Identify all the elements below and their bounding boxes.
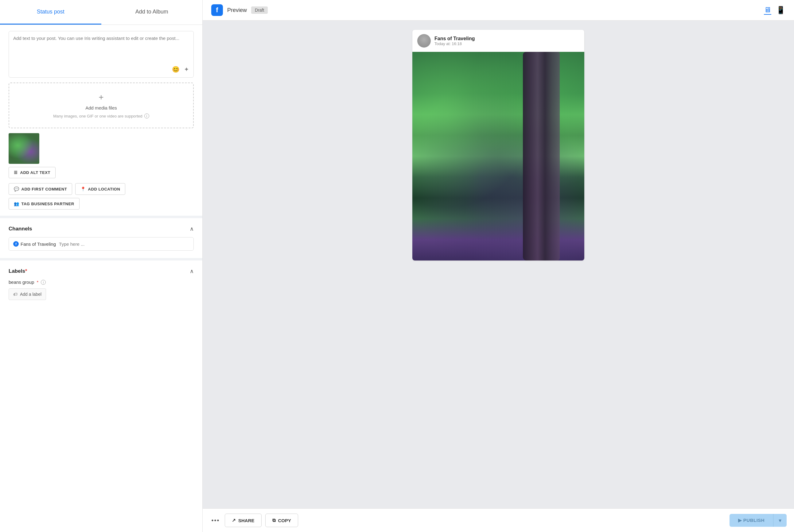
more-options-button[interactable]: •••: [210, 515, 221, 526]
media-upload-label: Add media files: [85, 105, 117, 111]
post-preview-card: Fans of Traveling Today at: 16:18: [412, 30, 584, 261]
post-preview-image: [412, 52, 584, 261]
add-first-comment-button[interactable]: 💬 ADD FIRST COMMENT: [8, 183, 72, 195]
mobile-icon[interactable]: 📱: [776, 6, 786, 15]
action-buttons-row: 💬 ADD FIRST COMMENT 📍 ADD LOCATION 👥 TAG…: [8, 183, 194, 210]
preview-content: Fans of Traveling Today at: 16:18: [203, 21, 794, 508]
beans-group-required: *: [37, 280, 38, 285]
facebook-icon-small: f: [13, 241, 19, 247]
channel-name: Fans of Traveling: [21, 242, 56, 247]
publish-button[interactable]: ▶ PUBLISH: [730, 514, 773, 527]
copy-icon: ⧉: [272, 517, 276, 523]
channels-title: Channels: [8, 226, 32, 232]
page-avatar-image: [417, 34, 431, 48]
channels-header: Channels ∧: [8, 226, 194, 232]
add-label-text: Add a label: [20, 292, 41, 297]
magic-icon[interactable]: ✦: [184, 66, 189, 73]
textarea-icon-bar: 😊 ✦: [13, 66, 189, 73]
beans-group-label: beans group: [8, 280, 34, 285]
add-alt-text-button[interactable]: ☰ ADD ALT TEXT: [8, 167, 56, 178]
page-avatar: [417, 34, 431, 48]
image-section: ☰ ADD ALT TEXT: [8, 133, 194, 178]
add-label-button[interactable]: 🏷 Add a label: [8, 288, 46, 300]
draft-badge: Draft: [251, 6, 268, 14]
desktop-icon[interactable]: 🖥: [764, 5, 771, 15]
tab-status-post[interactable]: Status post: [0, 0, 101, 24]
first-comment-label: ADD FIRST COMMENT: [21, 187, 67, 191]
preview-bottom-bar: ••• ↗ SHARE ⧉ COPY ▶ PUBLISH ▼: [203, 508, 794, 532]
page-info: Fans of Traveling Today at: 16:18: [435, 36, 475, 46]
share-icon: ↗: [232, 517, 236, 523]
share-button[interactable]: ↗ SHARE: [225, 514, 262, 527]
labels-header: Labels* ∧: [8, 268, 194, 274]
publish-dropdown-icon: ▼: [778, 518, 782, 523]
tab-add-to-album[interactable]: Add to Album: [101, 0, 203, 24]
post-card-header: Fans of Traveling Today at: 16:18: [412, 30, 584, 52]
media-info-icon: i: [144, 114, 149, 118]
image-thumbnail-inner: [8, 133, 39, 164]
publish-dropdown-button[interactable]: ▼: [773, 514, 787, 527]
channels-section: Channels ∧ f Fans of Traveling: [0, 216, 202, 258]
alt-text-label: ADD ALT TEXT: [20, 170, 50, 175]
channel-tag: f Fans of Traveling: [13, 241, 56, 247]
beans-group-info-icon: i: [41, 280, 46, 285]
add-label-icon: 🏷: [13, 292, 18, 297]
publish-icon: ▶: [738, 517, 743, 523]
preview-header: f Preview Draft 🖥 📱: [203, 0, 794, 21]
add-location-button[interactable]: 📍 ADD LOCATION: [75, 183, 125, 195]
share-label: SHARE: [238, 518, 255, 523]
tag-icon: 👥: [14, 201, 19, 206]
beans-group-row: beans group * i: [8, 280, 194, 285]
copy-button[interactable]: ⧉ COPY: [265, 514, 298, 527]
post-time: Today at: 16:18: [435, 41, 475, 46]
editor-content-area: 😊 ✦ + Add media files Many images, one G…: [0, 25, 202, 216]
device-toggle-group: 🖥 📱: [764, 5, 786, 15]
image-thumbnail: [8, 133, 39, 164]
media-upload-area[interactable]: + Add media files Many images, one GIF o…: [8, 82, 194, 128]
publish-btn-group: ▶ PUBLISH ▼: [730, 514, 787, 527]
preview-label: Preview: [227, 7, 247, 14]
tag-business-button[interactable]: 👥 TAG BUSINESS PARTNER: [8, 198, 79, 210]
post-text-wrapper: 😊 ✦: [8, 31, 194, 78]
page-name: Fans of Traveling: [435, 36, 475, 41]
labels-section: Labels* ∧ beans group * i 🏷 Add a label: [0, 258, 202, 307]
emoji-icon[interactable]: 😊: [172, 66, 180, 73]
media-upload-hint: Many images, one GIF or one video are su…: [53, 114, 149, 118]
facebook-icon-badge: f: [211, 4, 223, 16]
alt-text-icon: ☰: [14, 170, 18, 175]
tabs-bar: Status post Add to Album: [0, 0, 202, 25]
labels-chevron-icon[interactable]: ∧: [190, 268, 194, 274]
tag-business-label: TAG BUSINESS PARTNER: [21, 202, 74, 206]
left-panel: Status post Add to Album 😊 ✦ + Add media…: [0, 0, 203, 532]
publish-label: PUBLISH: [743, 517, 764, 523]
channel-type-input[interactable]: [59, 242, 189, 247]
copy-label: COPY: [278, 518, 291, 523]
channel-input-wrapper: f Fans of Traveling: [8, 237, 194, 251]
comment-icon: 💬: [14, 187, 19, 191]
location-icon: 📍: [80, 187, 86, 191]
post-textarea[interactable]: [13, 36, 189, 63]
labels-title: Labels*: [8, 268, 27, 274]
plus-icon: +: [98, 92, 104, 102]
right-panel: f Preview Draft 🖥 📱 Fans of Traveling To…: [203, 0, 794, 532]
tree-trunk-visual: [523, 52, 560, 261]
channels-chevron-icon[interactable]: ∧: [190, 226, 194, 232]
add-location-label: ADD LOCATION: [88, 187, 121, 191]
